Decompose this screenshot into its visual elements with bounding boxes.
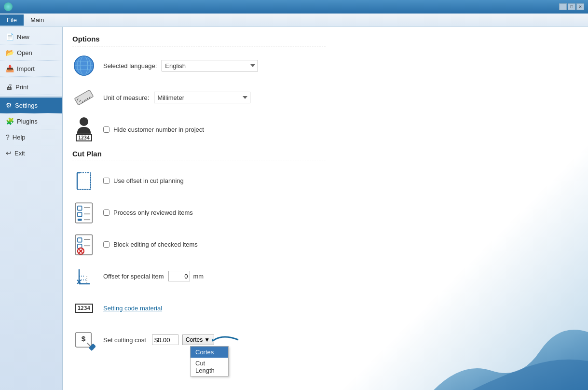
- sidebar-item-plugins-label: Plugins: [17, 118, 38, 125]
- cutting-cost-input[interactable]: [152, 334, 178, 345]
- close-button[interactable]: ✕: [576, 3, 584, 10]
- block-checkbox[interactable]: [103, 241, 109, 248]
- plugins-icon: 🧩: [6, 117, 14, 125]
- sidebar-item-print-label: Print: [15, 84, 28, 91]
- exit-icon: ↩: [6, 149, 12, 157]
- offset-option-row: Use offset in cut planning: [72, 169, 326, 192]
- hide-customer-row: Hide customer number in project: [103, 126, 204, 133]
- sidebar-divider-2: [0, 96, 62, 97]
- code-badge: 1234: [75, 304, 94, 313]
- sidebar-item-new-label: New: [17, 33, 29, 41]
- window-controls: – □ ✕: [559, 3, 584, 10]
- language-option-row: Selected language: English German French…: [72, 54, 326, 77]
- open-icon: 📂: [6, 49, 14, 56]
- content-area: Options Selected language:: [63, 27, 588, 390]
- options-divider: [72, 46, 326, 46]
- cutting-option-cut-length[interactable]: Cut Length: [191, 358, 228, 376]
- minimize-button[interactable]: –: [559, 3, 567, 10]
- ruler-icon: [72, 86, 96, 109]
- title-bar: – □ ✕: [0, 0, 588, 14]
- sidebar-item-open-label: Open: [17, 49, 32, 56]
- reviewed-option-row: Process only reviewed items: [72, 201, 326, 224]
- sidebar-item-help[interactable]: ? Help: [0, 129, 62, 145]
- customer-body: [77, 127, 91, 134]
- language-select[interactable]: English German French Spanish: [162, 60, 258, 71]
- block-icon: [72, 233, 96, 256]
- special-offset-input[interactable]: [168, 271, 190, 281]
- special-offset-row: Offset for special item mm: [72, 265, 326, 288]
- sidebar-item-plugins[interactable]: 🧩 Plugins: [0, 113, 62, 129]
- cut-plan-section-title: Cut Plan: [72, 150, 326, 158]
- cutting-unit-value: Cortes: [186, 336, 203, 343]
- cut-plan-divider: [72, 161, 326, 161]
- svg-rect-24: [78, 219, 82, 221]
- sidebar-item-import[interactable]: 📥 Import: [0, 61, 62, 77]
- hide-customer-label: Hide customer number in project: [113, 126, 204, 133]
- sidebar-divider-1: [0, 78, 62, 78]
- main-layout: 📄 New 📂 Open 📥 Import 🖨 Print ⚙ Settings…: [0, 27, 588, 390]
- menu-main[interactable]: Main: [24, 14, 51, 26]
- customer-head: [80, 117, 88, 126]
- block-label: Block editing of checked items: [113, 241, 198, 248]
- cost-control-row: Set cutting cost Cortes ▼ Cortes Cut Len…: [103, 334, 214, 345]
- import-icon: 📥: [6, 65, 14, 72]
- sidebar-item-exit-label: Exit: [14, 150, 25, 157]
- cut-plan-icon: [72, 169, 96, 192]
- sidebar-item-open[interactable]: 📂 Open: [0, 45, 62, 61]
- setting-code-row: 1234 Setting code material: [72, 296, 326, 320]
- restore-button[interactable]: □: [568, 3, 575, 10]
- setting-code-icon: 1234: [72, 296, 96, 320]
- reviewed-label: Process only reviewed items: [113, 209, 193, 216]
- help-icon: ?: [6, 133, 10, 141]
- settings-icon: ⚙: [6, 101, 12, 109]
- new-icon: 📄: [6, 33, 14, 41]
- sidebar-item-exit[interactable]: ↩ Exit: [0, 145, 62, 161]
- sidebar-item-settings-label: Settings: [15, 102, 38, 109]
- use-offset-checkbox[interactable]: [103, 178, 109, 184]
- sidebar-item-settings[interactable]: ⚙ Settings: [0, 98, 62, 113]
- app-logo: [4, 2, 13, 11]
- block-option-row: Block editing of checked items: [72, 233, 326, 256]
- settings-scroll-panel[interactable]: Options Selected language:: [63, 27, 335, 390]
- print-icon: 🖨: [6, 83, 13, 91]
- customer-icon: 1234: [72, 118, 96, 141]
- cutting-option-cortes[interactable]: Cortes: [191, 347, 228, 358]
- svg-text:$: $: [82, 334, 86, 343]
- special-offset-unit: mm: [193, 273, 204, 280]
- sidebar-item-import-label: Import: [17, 65, 35, 72]
- use-offset-label: Use offset in cut planning: [113, 177, 184, 184]
- options-section-title: Options: [72, 35, 326, 43]
- cutting-unit-popup: Cortes Cut Length: [190, 346, 229, 376]
- sidebar: 📄 New 📂 Open 📥 Import 🖨 Print ⚙ Settings…: [0, 27, 63, 390]
- unit-label: Unit of measure:: [103, 94, 149, 101]
- globe-icon: [72, 54, 96, 77]
- unit-option-row: Unit of measure: Millimeter Inch: [72, 86, 326, 109]
- language-label: Selected language:: [103, 62, 157, 70]
- use-offset-row: Use offset in cut planning: [103, 177, 184, 184]
- sidebar-item-help-label: Help: [13, 134, 26, 141]
- setting-code-link[interactable]: Setting code material: [103, 305, 162, 312]
- customer-option-row: 1234 Hide customer number in project: [72, 118, 326, 141]
- right-decorative-panel: [335, 27, 588, 390]
- cutting-cost-label: Set cutting cost: [103, 336, 146, 344]
- special-offset-label: Offset for special item: [103, 273, 164, 280]
- reviewed-checkbox[interactable]: [103, 209, 109, 216]
- sidebar-item-print[interactable]: 🖨 Print: [0, 79, 62, 95]
- unit-select[interactable]: Millimeter Inch: [154, 92, 250, 103]
- offset-special-icon: [72, 265, 96, 288]
- reviewed-icon: [72, 201, 96, 224]
- cutting-cost-icon: $: [72, 328, 96, 351]
- svg-rect-7: [74, 90, 93, 105]
- menu-bar: File Main: [0, 14, 588, 27]
- menu-file[interactable]: File: [0, 14, 24, 26]
- cutting-cost-row: $ Set cutting cost Cortes ▼ Cortes: [72, 328, 326, 351]
- reviewed-checkbox-row: Process only reviewed items: [103, 209, 193, 216]
- hide-customer-checkbox[interactable]: [103, 126, 109, 133]
- customer-badge: 1234: [76, 134, 92, 141]
- block-checkbox-row: Block editing of checked items: [103, 241, 198, 248]
- sidebar-item-new[interactable]: 📄 New: [0, 29, 62, 45]
- svg-rect-14: [77, 173, 91, 189]
